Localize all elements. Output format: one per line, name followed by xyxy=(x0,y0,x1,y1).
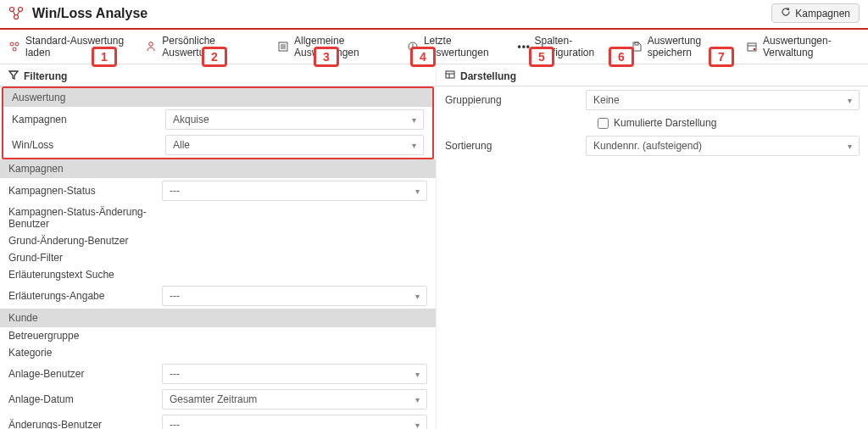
annotation-badge-2: 2 xyxy=(202,47,227,67)
field-label: Kategorie xyxy=(8,347,157,359)
header-bar: Win/Loss Analyse Kampagnen xyxy=(0,0,868,30)
annotation-badge-3: 3 xyxy=(314,47,339,67)
erlaeuterungs-angabe-select[interactable]: --- xyxy=(162,286,427,306)
field-label: Grund-Filter xyxy=(8,252,157,264)
dots-icon: ••• xyxy=(517,41,529,53)
svg-point-6 xyxy=(15,42,19,46)
layout-icon xyxy=(445,70,455,82)
annotation-badge-1: 1 xyxy=(92,47,117,67)
field-label: Kampagnen-Status xyxy=(8,185,157,197)
section-auswertung: Auswertung xyxy=(3,88,432,107)
kampagnen-status-select[interactable]: --- xyxy=(162,181,427,201)
kumulierte-checkbox[interactable] xyxy=(598,118,609,129)
svg-line-3 xyxy=(13,11,15,15)
sortierung-select[interactable]: Kundennr. (aufsteigend) xyxy=(586,136,860,156)
content-columns: Filterung Auswertung Kampagnen Akquise W… xyxy=(0,64,868,429)
refresh-icon xyxy=(781,7,791,20)
app-logo-icon xyxy=(7,6,25,21)
filter-panel-title: Filterung xyxy=(24,70,67,82)
kampagnen-button-label: Kampagnen xyxy=(795,8,850,20)
winloss-select[interactable]: Alle xyxy=(165,135,424,155)
toolbar: Standard-Auswertung laden Persönliche Au… xyxy=(0,30,868,64)
annotation-badge-4: 4 xyxy=(410,47,436,67)
toolbar-item-label: Auswertungen-Verwaltung xyxy=(763,35,860,58)
gruppierung-label: Gruppierung xyxy=(445,94,581,106)
svg-line-4 xyxy=(17,11,19,15)
field-label: Kampagnen-Status-Änderung-Benutzer xyxy=(8,206,157,230)
darstellung-panel-header: Darstellung xyxy=(437,64,868,86)
kampagnen-button[interactable]: Kampagnen xyxy=(771,3,860,23)
field-label: Änderungs-Benutzer xyxy=(8,419,157,429)
svg-point-1 xyxy=(19,7,23,11)
annotation-badge-7: 7 xyxy=(709,47,734,67)
sortierung-label: Sortierung xyxy=(445,140,581,152)
field-label: Kampagnen xyxy=(12,114,160,125)
page-title: Win/Loss Analyse xyxy=(32,6,147,21)
svg-point-8 xyxy=(149,42,153,47)
field-label: Erläuterungs-Angabe xyxy=(8,290,157,302)
field-label: Win/Loss xyxy=(12,139,160,151)
field-row: Kampagnen Akquise xyxy=(3,107,432,132)
aenderungs-benutzer-select[interactable]: --- xyxy=(162,415,427,429)
anlage-datum-select[interactable]: Gesamter Zeitraum xyxy=(162,389,427,410)
svg-rect-18 xyxy=(446,71,454,78)
svg-point-17 xyxy=(754,48,756,51)
annotation-badge-6: 6 xyxy=(609,47,634,67)
kumulierte-label: Kumulierte Darstellung xyxy=(614,117,716,129)
section-kunde: Kunde xyxy=(0,309,436,327)
load-icon xyxy=(8,41,20,53)
field-label: Betreuergruppe xyxy=(8,330,157,342)
field-label: Anlage-Benutzer xyxy=(8,368,157,380)
svg-rect-14 xyxy=(635,42,638,45)
svg-point-7 xyxy=(13,47,16,51)
filter-icon xyxy=(8,70,19,82)
section-kampagnen: Kampagnen xyxy=(0,159,436,178)
field-label: Grund-Änderung-Benutzer xyxy=(8,235,157,247)
filter-panel-header: Filterung xyxy=(0,64,436,86)
annotation-badge-5: 5 xyxy=(529,47,554,67)
gruppierung-select[interactable]: Keine xyxy=(586,90,860,110)
manage-icon xyxy=(746,41,758,53)
field-label: Erläuterungstext Suche xyxy=(8,269,157,281)
darstellung-panel: Darstellung Gruppierung Keine Kumulierte… xyxy=(437,64,868,429)
svg-point-5 xyxy=(10,42,14,46)
darstellung-panel-title: Darstellung xyxy=(460,70,516,82)
list-icon xyxy=(277,41,289,53)
auswertung-highlight: Auswertung Kampagnen Akquise Win/Loss Al… xyxy=(2,86,434,159)
field-label: Anlage-Datum xyxy=(8,393,157,405)
kampagnen-select[interactable]: Akquise xyxy=(165,109,424,130)
svg-point-2 xyxy=(14,14,19,19)
person-icon xyxy=(145,41,157,53)
field-row: Win/Loss Alle xyxy=(3,132,432,158)
toolbar-item-label: Allgemeine Auswertungen xyxy=(294,35,390,58)
filter-panel: Filterung Auswertung Kampagnen Akquise W… xyxy=(0,64,437,429)
anlage-benutzer-select[interactable]: --- xyxy=(162,364,427,384)
toolbar-manage[interactable]: Auswertungen-Verwaltung xyxy=(746,35,860,58)
svg-point-0 xyxy=(10,7,14,11)
